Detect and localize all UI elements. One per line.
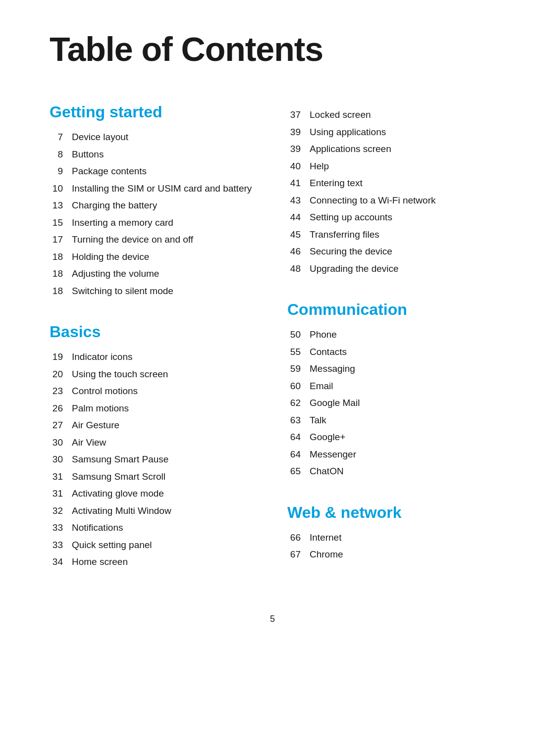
list-item: 48 Upgrading the device [287, 262, 495, 276]
page-num: 15 [50, 216, 72, 230]
page-num: 23 [50, 384, 72, 399]
list-item: 40 Help [287, 159, 495, 174]
left-column: Getting started 7 Device layout 8 Button… [50, 103, 258, 594]
list-item: 18 Adjusting the volume [50, 267, 258, 281]
item-text: Samsung Smart Scroll [72, 470, 258, 484]
section-title-web-network: Web & network [287, 504, 495, 522]
section-title-basics: Basics [50, 323, 258, 341]
page-num: 8 [50, 148, 72, 162]
section-getting-started: Getting started 7 Device layout 8 Button… [50, 103, 258, 298]
item-text: Palm motions [72, 402, 258, 416]
list-item: 31 Activating glove mode [50, 487, 258, 501]
page-num: 33 [50, 521, 72, 535]
page-num: 66 [287, 531, 310, 545]
item-text: Phone [310, 328, 495, 342]
page-num: 30 [50, 453, 72, 467]
item-text: Connecting to a Wi-Fi network [310, 194, 495, 208]
item-text: Notifications [72, 521, 258, 535]
item-text: Entering text [310, 176, 495, 191]
item-text: Help [310, 159, 495, 174]
page-num: 31 [50, 487, 72, 501]
item-text: Google Mail [310, 396, 495, 410]
page-num: 41 [287, 176, 310, 191]
list-item: 59 Messaging [287, 362, 495, 376]
page-num: 13 [50, 199, 72, 213]
item-text: Email [310, 379, 495, 394]
page-num: 64 [287, 448, 310, 462]
list-item: 66 Internet [287, 531, 495, 545]
item-text: Locked screen [310, 108, 495, 122]
item-text: Air Gesture [72, 418, 258, 433]
list-item: 39 Using applications [287, 125, 495, 140]
list-item: 65 ChatON [287, 464, 495, 479]
list-item: 55 Contacts [287, 345, 495, 359]
item-text: Turning the device on and off [72, 233, 258, 247]
item-text: Messenger [310, 448, 495, 462]
item-text: ChatON [310, 464, 495, 479]
list-item: 31 Samsung Smart Scroll [50, 470, 258, 484]
list-item: 50 Phone [287, 328, 495, 342]
list-item: 33 Quick setting panel [50, 538, 258, 553]
item-text: Package contents [72, 164, 258, 179]
list-item: 46 Securing the device [287, 245, 495, 259]
item-text: Applications screen [310, 142, 495, 156]
list-item: 45 Transferring files [287, 228, 495, 242]
item-text: Activating Multi Window [72, 504, 258, 518]
section-title-communication: Communication [287, 301, 495, 319]
item-text: Using the touch screen [72, 367, 258, 382]
list-item: 63 Talk [287, 413, 495, 428]
list-item: 41 Entering text [287, 176, 495, 191]
list-item: 19 Indicator icons [50, 350, 258, 364]
list-item: 32 Activating Multi Window [50, 504, 258, 518]
page-num: 60 [287, 379, 310, 394]
page-num: 55 [287, 345, 310, 359]
item-text: Securing the device [310, 245, 495, 259]
page-num: 64 [287, 430, 310, 445]
list-item: 30 Samsung Smart Pause [50, 453, 258, 467]
page-num: 18 [50, 284, 72, 299]
item-text: Talk [310, 413, 495, 428]
page-num: 30 [50, 436, 72, 450]
item-text: Messaging [310, 362, 495, 376]
list-item: 37 Locked screen [287, 108, 495, 122]
page-num: 31 [50, 470, 72, 484]
page-number: 5 [270, 614, 275, 624]
section-basics: Basics 19 Indicator icons 20 Using the t… [50, 323, 258, 569]
page: Table of Contents Getting started 7 Devi… [0, 0, 535, 756]
item-text: Contacts [310, 345, 495, 359]
content-wrapper: Getting started 7 Device layout 8 Button… [50, 103, 495, 594]
item-text: Control motions [72, 384, 258, 399]
page-num: 20 [50, 367, 72, 382]
page-num: 37 [287, 108, 310, 122]
page-num: 44 [287, 210, 310, 225]
page-num: 32 [50, 504, 72, 518]
list-item: 44 Setting up accounts [287, 210, 495, 225]
web-network-list: 66 Internet 67 Chrome [287, 531, 495, 562]
list-item: 60 Email [287, 379, 495, 394]
item-text: Buttons [72, 148, 258, 162]
section-basics-continued: 37 Locked screen 39 Using applications 3… [287, 108, 495, 276]
item-text: Home screen [72, 555, 258, 569]
basics-continued-list: 37 Locked screen 39 Using applications 3… [287, 108, 495, 276]
page-num: 18 [50, 250, 72, 264]
list-item: 7 Device layout [50, 130, 258, 145]
page-num: 9 [50, 164, 72, 179]
item-text: Upgrading the device [310, 262, 495, 276]
list-item: 34 Home screen [50, 555, 258, 569]
page-num: 59 [287, 362, 310, 376]
section-title-getting-started: Getting started [50, 103, 258, 121]
item-text: Device layout [72, 130, 258, 145]
page-num: 62 [287, 396, 310, 410]
page-num: 43 [287, 194, 310, 208]
page-num: 39 [287, 142, 310, 156]
page-num: 19 [50, 350, 72, 364]
item-text: Quick setting panel [72, 538, 258, 553]
item-text: Holding the device [72, 250, 258, 264]
item-text: Charging the battery [72, 199, 258, 213]
page-num: 67 [287, 548, 310, 562]
item-text: Using applications [310, 125, 495, 140]
item-text: Internet [310, 531, 495, 545]
page-num: 63 [287, 413, 310, 428]
item-text: Air View [72, 436, 258, 450]
page-num: 40 [287, 159, 310, 174]
